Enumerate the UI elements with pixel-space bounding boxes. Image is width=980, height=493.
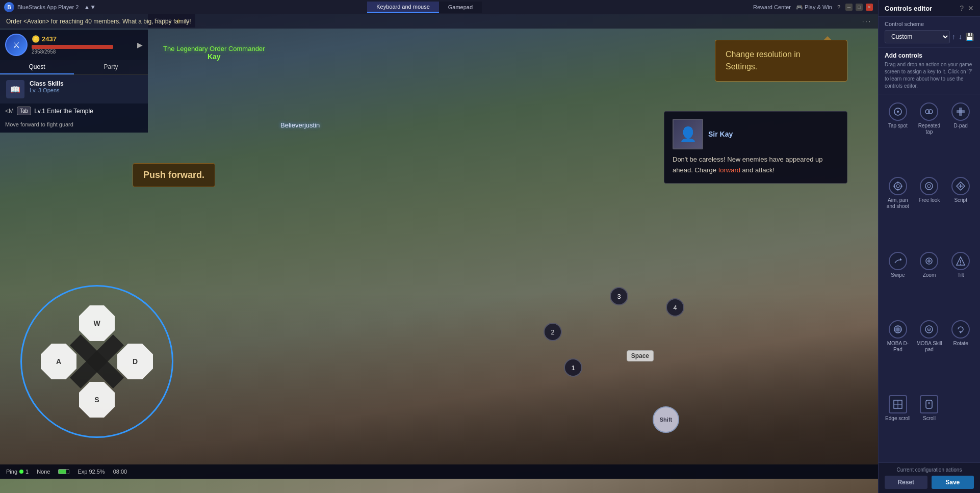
quest-prefix: <M (5, 108, 14, 115)
key-d[interactable]: D (117, 344, 153, 379)
moba-dpad-label: MOBA D-Pad (885, 341, 911, 353)
save-scheme-icon[interactable]: 💾 (965, 33, 974, 41)
repeated-tap-label: Repeated tap (916, 123, 943, 135)
rotate-label: Rotate (953, 341, 968, 347)
quest-popup-hint: Move forward to fight guard (0, 118, 148, 133)
controls-editor-title: Controls editor (885, 5, 932, 12)
notification-text: Order <Avalon> for reaching 40 members. … (6, 18, 191, 25)
nav-arrows[interactable]: ▲▼ (84, 4, 96, 11)
dialogue-speaker: Sir Kay (708, 130, 733, 138)
restore-button[interactable]: □ (856, 4, 863, 11)
scheme-row: Custom ↑ ↓ 💾 (885, 30, 974, 43)
npc-title: The Legendary Order Commander (163, 45, 265, 53)
swipe-icon (889, 252, 907, 270)
notification-bar: Order <Avalon> for reaching 40 members. … (0, 14, 878, 29)
quest-name: Class Skills (30, 80, 64, 87)
control-tap-spot[interactable]: Tap spot (883, 98, 913, 172)
gold-icon: 🪙 (32, 35, 40, 43)
zoom-label: Zoom (923, 272, 936, 278)
control-dpad[interactable]: D-pad (945, 98, 976, 172)
add-controls-title: Add controls (885, 52, 974, 59)
tab-key: Tab (17, 107, 31, 115)
quest-popup-wrapper: <M Tab Lv.1 Enter the Temple Move forwar… (0, 103, 148, 133)
skill-btn-3[interactable]: 3 (610, 287, 628, 305)
add-controls-section: Add controls Drag and drop an action on … (879, 48, 980, 94)
help-icon[interactable]: ? (960, 4, 964, 12)
dpad-icon (951, 102, 970, 121)
close-icon[interactable]: ✕ (968, 4, 974, 12)
control-scroll[interactable]: Scroll (914, 391, 945, 458)
resolution-line2: Settings. (726, 61, 837, 73)
control-free-look[interactable]: Free look (914, 173, 945, 246)
resolution-tooltip: Change resolution in Settings. (715, 40, 847, 82)
dialogue-box: 👤 Sir Kay Don't be careless! New enemies… (664, 111, 847, 184)
tab-party[interactable]: Party (74, 60, 148, 74)
scroll-label: Scroll (923, 416, 936, 422)
push-forward-message: Push forward. (133, 163, 215, 187)
moba-dpad-icon (889, 320, 907, 339)
wasd-control-circle[interactable]: W A S D (20, 285, 173, 438)
player-avatar: ⚔ (5, 34, 28, 56)
zoom-icon (920, 252, 938, 270)
bottom-buttons: Reset Save (885, 476, 974, 489)
time-label: 08:00 (113, 469, 127, 475)
quest-move-hint: Move forward to fight guard (5, 121, 73, 127)
share-icon[interactable]: ↑ (952, 33, 956, 41)
svg-point-12 (925, 183, 933, 190)
control-tilt[interactable]: Tilt (945, 248, 976, 315)
controls-editor-bottom: Current configuration actions Reset Save (879, 462, 980, 493)
expand-arrow[interactable]: ▶ (137, 41, 143, 49)
help-icon[interactable]: ? (837, 4, 840, 10)
quest-item[interactable]: 📖 Class Skills Lv. 3 Opens (0, 75, 148, 103)
control-script[interactable]: Script (945, 173, 976, 246)
control-swipe[interactable]: Swipe (883, 248, 913, 315)
reset-button[interactable]: Reset (885, 476, 927, 489)
control-zoom[interactable]: Zoom (914, 248, 945, 315)
tab-gamepad[interactable]: Gamepad (439, 2, 482, 13)
quest-icon: 📖 (6, 80, 24, 98)
player-hp-text: 2958/2958 (32, 49, 133, 55)
skill-btn-1[interactable]: 1 (564, 358, 582, 377)
none-label: None (37, 469, 50, 475)
x-cross (71, 336, 122, 387)
skill-btn-2[interactable]: 2 (544, 323, 562, 341)
svg-point-23 (960, 264, 961, 265)
control-repeated-tap[interactable]: Repeated tap (914, 98, 945, 172)
space-key[interactable]: Space (627, 350, 654, 361)
dpad-label: D-pad (954, 123, 968, 129)
tilt-icon (951, 252, 970, 270)
control-edge-scroll[interactable]: Edge scroll (883, 391, 913, 458)
close-button[interactable]: ✕ (866, 4, 873, 11)
tap-spot-label: Tap spot (888, 123, 908, 129)
svg-point-13 (927, 185, 931, 188)
app-name: BlueStacks App Player 2 (17, 4, 79, 10)
aim-pan-shoot-icon (889, 177, 907, 195)
moba-skill-pad-icon (920, 320, 938, 339)
scroll-icon (920, 395, 938, 413)
rotate-icon (951, 320, 970, 339)
script-label: Script (954, 197, 967, 203)
swipe-label: Swipe (891, 272, 905, 278)
player-info: 🪙 2437 2958/2958 (32, 35, 133, 55)
tap-spot-icon (889, 102, 907, 121)
tab-keyboard-mouse[interactable]: Keyboard and mouse (367, 2, 439, 13)
import-icon[interactable]: ↓ (959, 33, 962, 41)
skill-btn-4[interactable]: 4 (666, 298, 684, 317)
minimize-button[interactable]: ─ (845, 4, 853, 11)
free-look-label: Free look (919, 197, 940, 203)
left-panel: ⚔ 🪙 2437 2958/2958 ▶ Quest Party (0, 30, 148, 133)
control-moba-dpad[interactable]: MOBA D-Pad (883, 316, 913, 390)
control-rotate[interactable]: Rotate (945, 316, 976, 390)
dialogue-avatar: 👤 (673, 119, 703, 149)
save-button[interactable]: Save (932, 476, 974, 489)
quest-details: Class Skills Lv. 3 Opens (30, 80, 64, 93)
tab-quest[interactable]: Quest (0, 60, 74, 74)
reward-center[interactable]: Reward Center (753, 4, 791, 10)
shift-key[interactable]: Shift (653, 406, 679, 433)
controls-editor: Controls editor ? ✕ Control scheme Custo… (878, 0, 980, 493)
key-s[interactable]: S (79, 382, 115, 418)
scheme-select[interactable]: Custom (885, 30, 950, 43)
control-aim-pan-shoot[interactable]: Aim, pan and shoot (883, 173, 913, 246)
control-moba-skill-pad[interactable]: MOBA Skill pad (914, 316, 945, 390)
play-win[interactable]: 🎮 Play & Win (796, 4, 832, 11)
